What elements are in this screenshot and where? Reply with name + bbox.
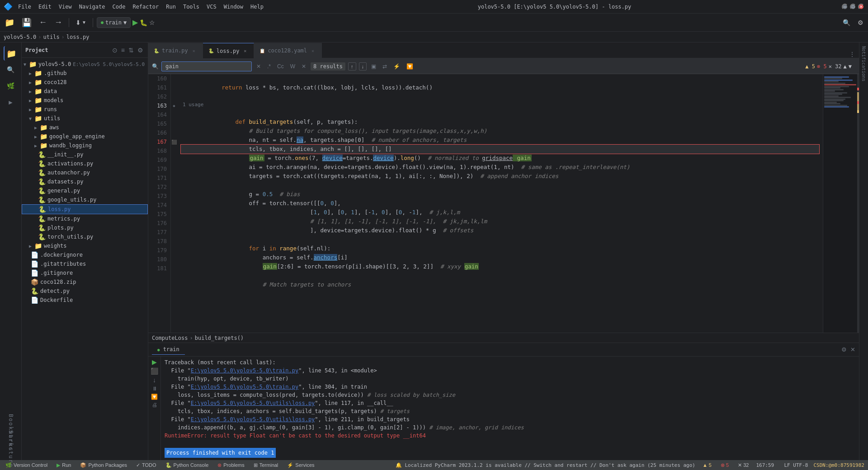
activity-run-icon[interactable]: ▶	[4, 95, 18, 109]
tree-gitignore[interactable]: 📄 .gitignore	[22, 268, 148, 277]
search-funnel-button[interactable]: 🔽	[405, 62, 415, 70]
menu-edit[interactable]: Edit	[35, 2, 55, 12]
right-icon-notifications[interactable]: Notifications	[861, 46, 866, 81]
tree-wandb[interactable]: ▶ 📁 wandb_logging	[22, 141, 148, 150]
status-python-console[interactable]: 🐍 Python Console	[164, 462, 211, 468]
tree-torch-utils[interactable]: 🐍 torch_utils.py	[22, 232, 148, 241]
status-warnings[interactable]: ▲ 5	[701, 462, 713, 468]
tree-activations[interactable]: 🐍 activations.py	[22, 159, 148, 168]
tab-close-coco128[interactable]: ✕	[310, 47, 316, 54]
menu-run[interactable]: Run	[162, 2, 179, 12]
status-errors[interactable]: ⊗ 5	[719, 462, 731, 468]
run-config-dropdown[interactable]: ● train ▼	[97, 17, 131, 28]
tree-root[interactable]: ▼ 📁 yolov5-5.0 E:\yolov5 5.0\yolov5-5.0	[22, 60, 148, 69]
search-everywhere-button[interactable]: 🔍	[840, 17, 853, 28]
tree-runs[interactable]: ▶ 📁 runs	[22, 105, 148, 114]
minimap[interactable]	[823, 74, 859, 333]
menu-vcs[interactable]: VCS	[203, 2, 220, 12]
project-sort-button[interactable]: ≡	[120, 46, 126, 55]
search-prev-button[interactable]: ↑	[348, 62, 356, 70]
save-button[interactable]: 💾	[19, 16, 34, 29]
tree-plots[interactable]: 🐍 plots.py	[22, 223, 148, 232]
search-highlight-button[interactable]: ▣	[369, 62, 378, 70]
tree-dockerignore[interactable]: 📄 .dockerignore	[22, 250, 148, 259]
tree-detect[interactable]: 🐍 detect.py	[22, 287, 148, 296]
run-scroll-button[interactable]: ↓	[153, 376, 156, 384]
tree-init[interactable]: 🐍 __init__.py	[22, 150, 148, 159]
status-terminal[interactable]: ⊞ Terminal	[252, 462, 280, 468]
status-todo[interactable]: ✓ TODO	[134, 462, 158, 468]
status-python-packages[interactable]: 📦 Python Packages	[78, 462, 129, 468]
search-close2-button[interactable]: ✕	[300, 62, 308, 70]
search-next-button[interactable]: ↓	[359, 62, 367, 70]
activity-search-icon[interactable]: 🔍	[4, 62, 18, 77]
menu-navigate[interactable]: Navigate	[75, 2, 109, 12]
tree-autoanchor[interactable]: 🐍 autoanchor.py	[22, 168, 148, 177]
project-settings-button[interactable]: ⚙	[137, 46, 144, 55]
tree-github[interactable]: ▶ 📁 .github	[22, 69, 148, 78]
search-filter-button[interactable]: ⚡	[392, 62, 402, 70]
run-close-button[interactable]: ✕	[850, 346, 855, 353]
breadcrumb-file[interactable]: loss.py	[66, 34, 90, 40]
breadcrumb-root[interactable]: yolov5-5.0	[4, 34, 36, 40]
tree-aws[interactable]: ▶ 📁 aws	[22, 123, 148, 132]
status-run-btn[interactable]: ▶ Run	[55, 462, 73, 468]
tree-data[interactable]: ▶ 📁 data	[22, 87, 148, 96]
tree-metrics[interactable]: 🐍 metrics.py	[22, 214, 148, 223]
close-button[interactable]: ✕	[858, 4, 864, 10]
tree-weights[interactable]: ▶ 📁 weights	[22, 241, 148, 250]
run-pause-button[interactable]: ⏸	[152, 385, 157, 392]
tree-dockerfile[interactable]: 📄 Dockerfile	[22, 296, 148, 305]
activity-project-icon[interactable]: 📁	[4, 46, 18, 61]
tree-google-utils[interactable]: 🐍 google_utils.py	[22, 195, 148, 204]
search-close-button[interactable]: ✕	[255, 62, 263, 70]
vcs-button[interactable]: ⬇▼	[73, 17, 89, 28]
search-word-button[interactable]: W	[288, 62, 297, 70]
run-stop-button[interactable]: ⬛	[151, 367, 158, 375]
menu-tools[interactable]: Tools	[179, 2, 203, 12]
status-other-issues[interactable]: ✕ 32	[736, 462, 750, 468]
search-input[interactable]	[161, 61, 252, 71]
tree-gitattributes[interactable]: 📄 .gitattributes	[22, 259, 148, 268]
maximize-button[interactable]: □	[850, 4, 856, 10]
run-link-loss-117[interactable]: E:\yolov5 5.0\yolov5-5.0\utils\loss.py	[191, 400, 315, 406]
redo-button[interactable]: →	[52, 16, 65, 29]
coverage-button[interactable]: ☆	[149, 19, 155, 26]
tree-loss[interactable]: 🐍 loss.py	[22, 204, 148, 214]
menu-view[interactable]: View	[55, 2, 75, 12]
run-link-train-543[interactable]: E:\yolov5 5.0\yolov5-5.0\train.py	[191, 367, 298, 374]
status-services[interactable]: ⚡ Services	[285, 462, 316, 468]
run-link-train-304[interactable]: E:\yolov5 5.0\yolov5-5.0\train.py	[191, 384, 298, 390]
run-print-button[interactable]: 🖨	[152, 402, 157, 408]
run-link-loss-211[interactable]: E:\yolov5 5.0\yolov5-5.0\utils\loss.py	[191, 416, 315, 423]
tab-train[interactable]: 🐍 train.py ✕	[148, 43, 203, 58]
tab-coco128[interactable]: 📋 coco128.yaml ✕	[254, 43, 322, 58]
search-regex-button[interactable]: .*	[265, 62, 273, 70]
menu-refactor[interactable]: Refactor	[129, 2, 162, 12]
tree-utils[interactable]: ▼ 📁 utils	[22, 114, 148, 123]
run-filter-button[interactable]: 🔽	[151, 394, 158, 400]
breadcrumb-utils[interactable]: utils	[43, 34, 59, 40]
up-nav[interactable]: ▲	[844, 63, 847, 70]
minimize-button[interactable]: ─	[842, 4, 848, 10]
tree-coco128zip[interactable]: 📦 coco128.zip	[22, 277, 148, 287]
menu-code[interactable]: Code	[109, 2, 129, 12]
down-nav[interactable]: ▼	[849, 63, 852, 70]
run-settings-button[interactable]: ⚙	[841, 346, 847, 353]
tree-coco128[interactable]: ▶ 📁 coco128	[22, 78, 148, 87]
code-editor[interactable]: 160 161 162 163 164 165 166 167 168 169 …	[148, 74, 859, 343]
status-version-control[interactable]: 🌿 Version Control	[4, 462, 49, 468]
tab-close-loss[interactable]: ✕	[242, 48, 248, 54]
menu-file[interactable]: File	[14, 2, 35, 12]
run-button[interactable]: ▶	[132, 18, 138, 27]
menu-window[interactable]: Window	[220, 2, 247, 12]
tree-google-app[interactable]: ▶ 📁 google_app_engine	[22, 132, 148, 141]
open-file-button[interactable]: 📁	[2, 16, 17, 29]
status-problems[interactable]: ⊗ Problems	[216, 462, 246, 468]
run-tab-train[interactable]: ● train	[152, 344, 185, 355]
tab-more-button[interactable]: ⋮	[845, 51, 859, 58]
undo-button[interactable]: ←	[36, 16, 50, 29]
search-replace-button[interactable]: ⇄	[381, 62, 389, 70]
debug-button[interactable]: 🐛	[140, 19, 147, 26]
menu-help[interactable]: Help	[247, 2, 267, 12]
